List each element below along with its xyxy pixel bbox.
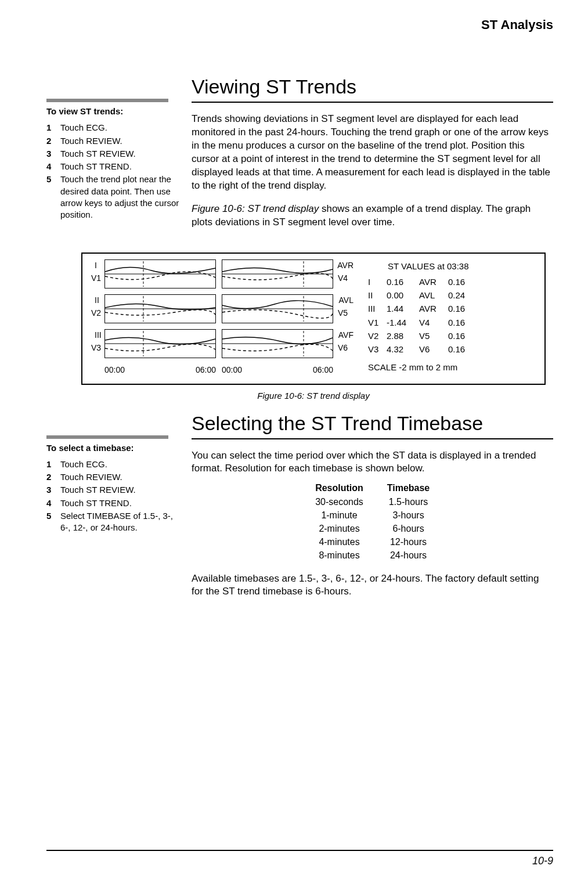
table-row: 8-minutes24-hours xyxy=(311,549,435,562)
table-row: 4-minutes12-hours xyxy=(311,535,435,549)
running-header: ST Analysis xyxy=(481,17,553,33)
section-rule xyxy=(192,102,553,103)
table-row: V34.32V60.16 xyxy=(368,342,474,356)
section-selecting-timebase: To select a timebase: 1Touch ECG. 2Touch… xyxy=(46,412,553,605)
resolution-table: ResolutionTimebase 30-seconds1.5-hours 1… xyxy=(311,481,435,562)
sidebar-rule xyxy=(46,99,168,102)
step-text: Touch REVIEW. xyxy=(60,471,180,483)
table-row: 30-seconds1.5-hours xyxy=(311,495,435,508)
section-rule xyxy=(192,438,553,439)
figure-caption: Figure 10-6: ST trend display xyxy=(81,391,546,401)
sidebar-procedure-2: To select a timebase: 1Touch ECG. 2Touch… xyxy=(46,412,180,535)
step-text: Touch ECG. xyxy=(60,459,180,470)
scale-label: SCALE -2 mm to 2 mm xyxy=(368,360,474,374)
st-values-table: ST VALUES at 03:38 I0.16AVR0.16 II0.00AV… xyxy=(368,259,474,374)
table-row: I0.16AVR0.16 xyxy=(368,275,474,288)
page: ST Analysis To view ST trends: 1Touch EC… xyxy=(0,0,588,880)
table-head: ResolutionTimebase xyxy=(311,481,435,495)
step-text: Touch ST REVIEW. xyxy=(60,484,180,496)
trend-plot[interactable]: AVR V4 xyxy=(222,259,333,288)
main-column: Selecting the ST Trend Timebase You can … xyxy=(192,412,553,605)
table-row: II0.00AVL0.24 xyxy=(368,288,474,302)
table-row: V22.88V50.16 xyxy=(368,329,474,342)
body-paragraph: You can select the time period over whic… xyxy=(192,449,553,476)
footer-rule xyxy=(46,850,553,851)
x-axis-labels: 00:00 06:00 xyxy=(104,365,216,374)
body-paragraph: Available timebases are 1.5-, 3-, 6-, 12… xyxy=(192,572,553,599)
step-text: Touch ST TREND. xyxy=(60,497,180,509)
step-text: Touch REVIEW. xyxy=(60,135,180,147)
trend-plot[interactable]: AVF V6 xyxy=(222,329,333,358)
st-table-title: ST VALUES at 03:38 xyxy=(388,259,474,273)
x-axis-labels: 00:00 06:00 xyxy=(222,365,333,374)
section-title: Selecting the ST Trend Timebase xyxy=(192,412,553,435)
figure-10-6: I V1 II V2 xyxy=(81,253,546,401)
step-text: Touch ST TREND. xyxy=(60,161,180,172)
figure-box: I V1 II V2 xyxy=(81,253,546,385)
figure-ref: Figure 10-6: ST trend display xyxy=(192,203,319,214)
step-text: Touch the trend plot near the desired da… xyxy=(60,174,180,221)
table-row: III1.44AVR0.16 xyxy=(368,302,474,315)
trend-plot[interactable]: I V1 xyxy=(104,259,216,288)
sidebar-heading: To view ST trends: xyxy=(46,106,180,117)
trend-plot[interactable]: AVL V5 xyxy=(222,294,333,323)
sidebar-heading: To select a timebase: xyxy=(46,442,180,454)
sidebar-rule xyxy=(46,435,168,439)
plot-column-left: I V1 II V2 xyxy=(104,259,216,374)
plot-column-right: AVR V4 AVL V5 xyxy=(222,259,333,374)
main-column: Viewing ST Trends Trends showing deviati… xyxy=(192,75,553,235)
step-list: 1Touch ECG. 2Touch REVIEW. 3Touch ST REV… xyxy=(46,459,180,534)
table-row: 2-minutes6-hours xyxy=(311,522,435,535)
sidebar-procedure-1: To view ST trends: 1Touch ECG. 2Touch RE… xyxy=(46,75,180,222)
trend-plots: I V1 II V2 xyxy=(93,259,333,374)
page-number: 10-9 xyxy=(532,855,553,867)
body-paragraph: Trends showing deviations in ST segment … xyxy=(192,113,553,193)
table-row: 1-minute3-hours xyxy=(311,508,435,522)
trend-plot[interactable]: II V2 xyxy=(104,294,216,323)
table-row: V1-1.44V40.16 xyxy=(368,316,474,329)
step-text: Touch ECG. xyxy=(60,122,180,134)
step-list: 1Touch ECG. 2Touch REVIEW. 3Touch ST REV… xyxy=(46,122,180,221)
step-text: Select TIMEBASE of 1.5-, 3-, 6-, 12-, or… xyxy=(60,510,180,534)
trend-plot[interactable]: III V3 xyxy=(104,329,216,358)
body-paragraph: Figure 10-6: ST trend display shows an e… xyxy=(192,203,553,229)
section-viewing-st-trends: To view ST trends: 1Touch ECG. 2Touch RE… xyxy=(46,75,553,235)
section-title: Viewing ST Trends xyxy=(192,75,553,98)
step-text: Touch ST REVIEW. xyxy=(60,148,180,160)
